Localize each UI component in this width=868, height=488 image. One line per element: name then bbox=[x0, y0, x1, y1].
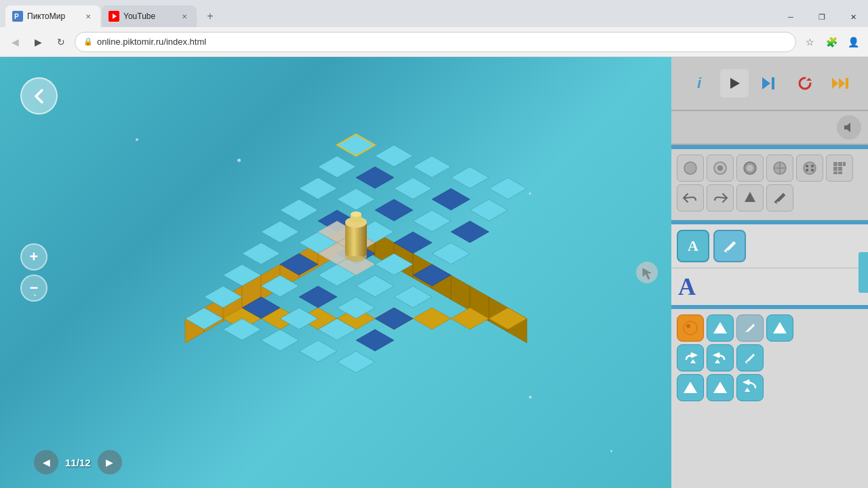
fast-forward-button[interactable] bbox=[826, 69, 854, 98]
turn-left-1[interactable] bbox=[707, 344, 734, 371]
svg-marker-5 bbox=[102, 110, 121, 121]
tile-circle-2[interactable] bbox=[707, 155, 734, 182]
svg-point-113 bbox=[684, 321, 697, 335]
svg-rect-105 bbox=[843, 162, 846, 166]
svg-marker-122 bbox=[745, 388, 750, 392]
fast-forward-icon bbox=[831, 75, 850, 92]
player-character bbox=[345, 211, 367, 262]
up-arrow-icon-3 bbox=[682, 380, 698, 396]
svg-marker-29 bbox=[451, 167, 489, 188]
back-arrow-icon bbox=[29, 86, 50, 106]
forward-nav-button[interactable]: ▶ bbox=[28, 33, 47, 52]
prev-page-button[interactable]: ◀ bbox=[34, 450, 58, 474]
reset-button[interactable] bbox=[791, 69, 819, 98]
bookmark-button[interactable]: ☆ bbox=[800, 33, 819, 52]
svg-marker-40 bbox=[451, 221, 489, 243]
arrow-up-3[interactable] bbox=[677, 374, 704, 401]
tile-pencil[interactable] bbox=[766, 184, 793, 211]
svg-rect-84 bbox=[772, 77, 774, 89]
tile-circle-3[interactable] bbox=[736, 155, 764, 182]
svg-rect-107 bbox=[838, 167, 842, 171]
tile-redo[interactable] bbox=[707, 184, 734, 211]
browser-window: P ПиктоМир ✕ YouTube ✕ + ─ ❐ ✕ bbox=[0, 0, 868, 488]
arrow-up-4[interactable] bbox=[707, 374, 734, 401]
pencil-teal-icon-2 bbox=[743, 350, 757, 365]
svg-marker-6 bbox=[102, 110, 121, 121]
tile-palette-top bbox=[671, 149, 868, 220]
letter-row: A bbox=[677, 230, 863, 262]
svg-rect-109 bbox=[838, 171, 842, 174]
piktomir-tab-close[interactable]: ✕ bbox=[83, 11, 94, 22]
up-arrow-icon-4 bbox=[712, 380, 728, 396]
tile-circle-4[interactable] bbox=[766, 155, 793, 182]
turn-right-1[interactable] bbox=[677, 344, 704, 371]
tab-piktomir[interactable]: P ПиктоМир ✕ bbox=[5, 5, 100, 27]
tile-circle-1[interactable] bbox=[677, 155, 704, 182]
reload-button[interactable]: ↻ bbox=[52, 33, 71, 52]
svg-marker-31 bbox=[318, 156, 356, 178]
letter-A-teal-button[interactable]: A bbox=[677, 230, 709, 262]
back-game-button[interactable] bbox=[20, 77, 58, 115]
zoom-out-button[interactable]: − bbox=[20, 274, 47, 302]
svg-marker-39 bbox=[413, 210, 451, 232]
maximize-button[interactable]: ❐ bbox=[807, 7, 837, 27]
speed-row bbox=[671, 111, 868, 145]
cursor-arrow-icon bbox=[640, 266, 654, 279]
pencil-teal-2[interactable] bbox=[736, 344, 764, 371]
svg-rect-104 bbox=[838, 162, 842, 166]
pencil-teal-button[interactable] bbox=[713, 230, 746, 262]
nav-actions: ☆ 🧩 👤 bbox=[800, 33, 863, 52]
svg-point-94 bbox=[747, 165, 753, 171]
info-button[interactable]: i bbox=[685, 69, 713, 98]
zoom-in-button[interactable]: + bbox=[20, 243, 47, 270]
svg-marker-65 bbox=[356, 329, 394, 351]
window-controls: ─ ❐ ✕ bbox=[776, 7, 868, 27]
svg-marker-115 bbox=[713, 322, 727, 333]
back-nav-button[interactable]: ◀ bbox=[5, 33, 24, 52]
tab-youtube[interactable]: YouTube ✕ bbox=[102, 5, 197, 27]
svg-marker-120 bbox=[684, 382, 697, 393]
svg-text:P: P bbox=[14, 13, 19, 20]
star-6 bbox=[610, 450, 612, 452]
tile-up-arrow[interactable] bbox=[736, 184, 764, 211]
svg-marker-70 bbox=[337, 351, 375, 373]
new-tab-button[interactable]: + bbox=[201, 7, 220, 26]
youtube-tab-close[interactable]: ✕ bbox=[179, 11, 190, 22]
profile-button[interactable]: 👤 bbox=[844, 33, 863, 52]
sound-button[interactable] bbox=[837, 115, 861, 140]
svg-rect-108 bbox=[833, 171, 837, 174]
arrow-up-1[interactable] bbox=[707, 314, 734, 342]
next-page-button[interactable]: ▶ bbox=[98, 450, 122, 474]
sound-icon bbox=[842, 121, 856, 134]
turn-back-left[interactable] bbox=[736, 374, 764, 401]
svg-marker-28 bbox=[413, 156, 451, 178]
svg-marker-89 bbox=[844, 123, 850, 132]
step-button[interactable] bbox=[755, 69, 784, 98]
minimize-button[interactable]: ─ bbox=[776, 7, 806, 27]
piktomir-favicon: P bbox=[12, 11, 23, 22]
tile-grid[interactable] bbox=[826, 155, 853, 182]
tile-circle-5[interactable] bbox=[796, 155, 823, 182]
svg-line-119 bbox=[745, 362, 747, 363]
tile-undo[interactable] bbox=[677, 184, 704, 211]
svg-marker-46 bbox=[261, 221, 299, 243]
close-button[interactable]: ✕ bbox=[838, 7, 868, 27]
letter-palette: A bbox=[671, 224, 868, 268]
pencil-gray-icon bbox=[743, 321, 757, 336]
step-icon bbox=[760, 75, 779, 92]
arrow-placeholder-2 bbox=[766, 374, 793, 401]
address-bar[interactable]: 🔒 online.piktomir.ru/index.html bbox=[75, 32, 796, 52]
arrow-up-2[interactable] bbox=[766, 314, 793, 342]
color-picker-button[interactable] bbox=[677, 314, 704, 342]
play-button[interactable] bbox=[720, 69, 749, 98]
pencil-gray-button[interactable] bbox=[736, 314, 764, 342]
svg-marker-58 bbox=[299, 286, 337, 308]
cursor-indicator bbox=[636, 262, 658, 283]
right-panel: i bbox=[671, 57, 868, 488]
turn-right-icon bbox=[682, 350, 698, 366]
extensions-button[interactable]: 🧩 bbox=[822, 33, 841, 52]
up-arrow-icon bbox=[712, 320, 728, 336]
zoom-controls: + − bbox=[20, 243, 47, 302]
tab-bar: P ПиктоМир ✕ YouTube ✕ + ─ ❐ ✕ bbox=[0, 0, 868, 27]
svg-marker-82 bbox=[730, 78, 740, 89]
